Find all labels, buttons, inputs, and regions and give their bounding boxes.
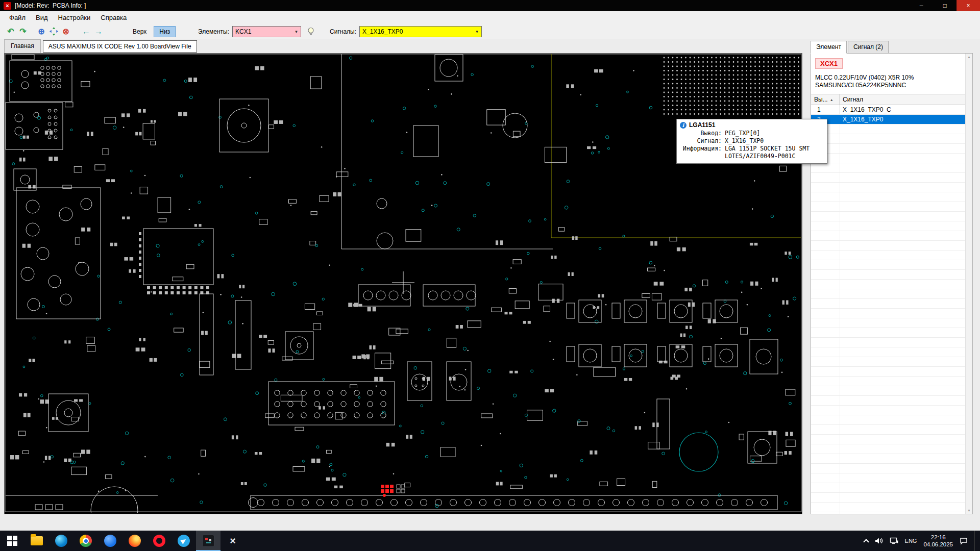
firefox-glyph-icon — [129, 535, 141, 547]
tab-element[interactable]: Элемент — [811, 41, 847, 54]
app-icon[interactable]: × — [4, 2, 11, 10]
firefox-icon[interactable] — [122, 531, 147, 551]
folder-glyph-icon — [31, 536, 43, 545]
column-header-pin[interactable]: Вы... ▲ — [811, 94, 840, 105]
system-tray: ENG 22:16 04.06.2025 — [864, 531, 980, 551]
clock[interactable]: 22:16 04.06.2025 — [923, 534, 953, 548]
menu-file[interactable]: Файл — [4, 12, 31, 23]
document-tab-row: Главная ASUS MAXIMUS IX CODE Rev 1.00 Bo… — [0, 39, 806, 53]
chevron-down-icon[interactable]: ▾ — [473, 27, 481, 37]
panel-scrollbar[interactable]: ▲ ▼ — [965, 54, 972, 514]
tooltip-label: Информация: — [680, 145, 722, 153]
tab-signal[interactable]: Сигнал (2) — [848, 41, 889, 54]
show-desktop-button[interactable] — [974, 531, 977, 551]
x-tool-icon[interactable]: × — [220, 531, 245, 551]
info-icon: i — [680, 122, 687, 129]
chevron-down-icon[interactable]: ▾ — [292, 27, 301, 37]
inspector-tabs: Элемент Сигнал (2) — [811, 41, 890, 54]
component-description: MLCC 0.22UF/10V (0402) X5R 10% SAMSUNG/C… — [815, 74, 968, 89]
rotate-left-icon[interactable]: ↶ — [5, 26, 16, 37]
rotate-right-icon[interactable]: ↷ — [17, 26, 29, 37]
tooltip-line: LOTES/AZIF0049-P001C — [680, 153, 824, 160]
lamp-icon[interactable] — [305, 26, 316, 37]
zoom-in-icon[interactable]: ⊕ — [36, 26, 47, 37]
menu-view[interactable]: Вид — [31, 12, 53, 23]
title-bar: × [Model: Rev: PCBA Info: ] – □ × — [0, 0, 980, 11]
chrome-glyph-icon — [80, 535, 92, 547]
history-back-icon[interactable]: ← — [81, 26, 92, 37]
windows-logo-icon — [7, 536, 17, 546]
edge-glyph-icon — [55, 535, 67, 547]
pin-table: Вы... ▲ Сигнал 1 X_1X16_TXP0_C 2 X_1X16_… — [811, 94, 965, 514]
component-ref-badge[interactable]: XCX1 — [815, 58, 843, 69]
tray-expand-icon[interactable] — [863, 539, 869, 544]
taskbar: × ENG 22:16 04.06.2025 — [0, 531, 980, 551]
edge-icon[interactable] — [49, 531, 74, 551]
date: 04.06.2025 — [923, 541, 953, 548]
scroll-up-icon[interactable]: ▲ — [967, 55, 971, 59]
menu-settings[interactable]: Настройки — [53, 12, 96, 23]
tooltip-value: LOTES/AZIF0049-P001C — [722, 153, 795, 160]
table-column-divider — [840, 124, 840, 514]
toolbar: ↶ ↷ ⊕ ⊗ ← → Верх Низ Элементы: KCX1 ▾ Си… — [0, 23, 980, 39]
file-explorer-icon[interactable] — [24, 531, 49, 551]
pin-table-header: Вы... ▲ Сигнал — [811, 94, 965, 105]
close-button[interactable]: × — [957, 0, 980, 11]
language-indicator[interactable]: ENG — [905, 538, 917, 544]
screen: { "window": { "title": "[Model: Rev: PCB… — [0, 0, 980, 551]
signals-combobox[interactable]: X_1X16_TXP0 ▾ — [359, 26, 482, 37]
tooltip-value: PEG_TXP[0] — [722, 130, 760, 137]
opera-icon[interactable] — [147, 531, 172, 551]
elements-combobox-value: KCX1 — [233, 27, 292, 37]
tooltip-label: Вывод: — [680, 130, 722, 137]
signal-cell: X_1X16_TXP0_C — [840, 105, 965, 114]
side-bottom-button[interactable]: Низ — [154, 26, 176, 37]
lamp-glyph-icon — [307, 27, 314, 36]
pin-tooltip: i LGA1151 Вывод: PEG_TXP[0] Сигнал: X_1X… — [676, 119, 827, 164]
menu-help[interactable]: Справка — [95, 12, 132, 23]
window-title: [Model: Rev: PCBA Info: ] — [15, 2, 86, 9]
x-glyph-icon: × — [230, 535, 236, 547]
table-row[interactable]: 1 X_1X16_TXP0_C — [811, 105, 965, 115]
fit-arrows-icon — [50, 27, 58, 36]
tab-home[interactable]: Главная — [4, 39, 41, 53]
speaker-glyph-icon — [875, 537, 883, 544]
tooltip-value: X_1X16_TXP0 — [722, 137, 764, 145]
history-forward-icon[interactable]: → — [93, 26, 104, 37]
table-empty-rows — [811, 124, 965, 514]
volume-icon[interactable] — [875, 537, 883, 544]
maximize-button[interactable]: □ — [933, 0, 957, 11]
table-row-selected[interactable]: 2 X_1X16_TXP0 — [811, 115, 965, 124]
window-controls: – □ × — [910, 0, 980, 11]
component-description-line1: MLCC 0.22UF/10V (0402) X5R 10% — [815, 74, 968, 82]
network-glyph-icon — [890, 537, 898, 544]
blue-browser-glyph-icon — [104, 535, 116, 547]
elements-combobox[interactable]: KCX1 ▾ — [232, 26, 301, 37]
signals-label: Сигналы: — [330, 28, 356, 35]
side-top-button[interactable]: Верх — [129, 27, 151, 37]
column-header-signal[interactable]: Сигнал — [840, 96, 863, 103]
telegram-icon[interactable] — [172, 531, 196, 551]
fit-screen-icon[interactable] — [48, 26, 59, 37]
boardview-glyph-icon — [202, 535, 214, 547]
tooltip-header: i LGA1151 — [680, 121, 824, 129]
tooltip-label — [680, 153, 722, 160]
chrome-icon[interactable] — [74, 531, 98, 551]
boardview-app-icon[interactable] — [196, 531, 220, 551]
pin-cell: 1 — [811, 105, 840, 114]
start-button[interactable] — [0, 531, 24, 551]
tooltip-title: LGA1151 — [689, 121, 715, 129]
opera-glyph-icon — [153, 535, 165, 547]
chat-bubble-glyph-icon — [960, 537, 968, 545]
column-header-pin-label: Вы... — [814, 96, 828, 103]
minimize-button[interactable]: – — [910, 0, 933, 11]
blue-browser-icon[interactable] — [98, 531, 122, 551]
component-description-line2: SAMSUNG/CL05A224KP5NNNC — [815, 82, 968, 89]
tooltip-value: LGA 1151P SOCKET 15U SMT — [722, 145, 810, 153]
scroll-down-icon[interactable]: ▼ — [967, 509, 971, 512]
network-icon[interactable] — [890, 537, 898, 544]
zoom-reset-icon[interactable]: ⊗ — [60, 26, 71, 37]
signals-combobox-value: X_1X16_TXP0 — [360, 27, 473, 37]
action-center-icon[interactable] — [960, 537, 968, 545]
time: 22:16 — [931, 534, 946, 541]
